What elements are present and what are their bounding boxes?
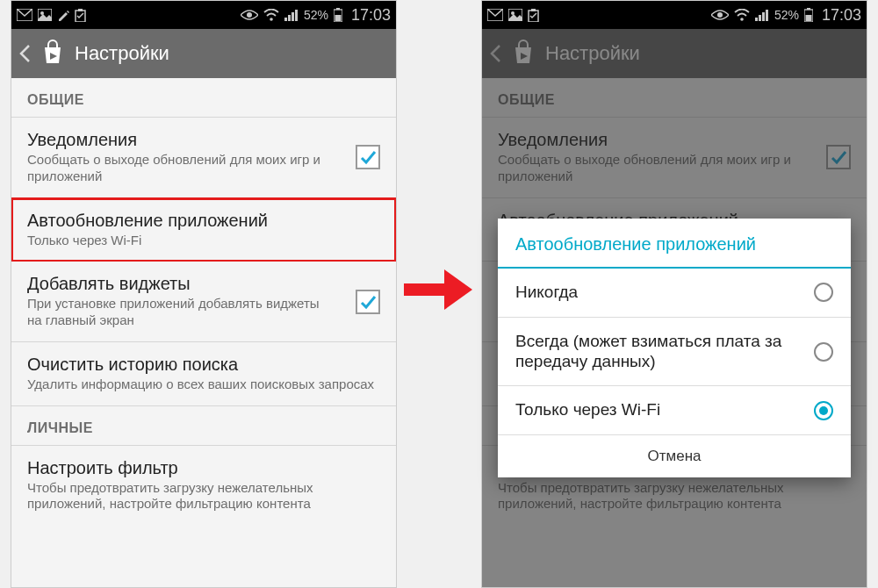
play-store-icon: [40, 39, 66, 68]
edit-icon: [57, 9, 69, 21]
mail-icon: [487, 9, 503, 21]
svg-rect-10: [295, 10, 298, 21]
settings-list: ОБЩИЕ Уведомления Сообщать о выходе обно…: [11, 78, 396, 587]
radio-never[interactable]: [814, 283, 833, 302]
row-title: Уведомления: [27, 130, 380, 150]
wifi-icon: [263, 9, 279, 21]
section-header-general: ОБЩИЕ: [11, 78, 396, 118]
page-title: Настройки: [75, 42, 169, 65]
row-widgets[interactable]: Добавлять виджеты При установке приложен…: [11, 262, 396, 342]
row-title: Добавлять виджеты: [27, 274, 380, 294]
back-icon[interactable]: [18, 44, 31, 63]
checkbox-notifications[interactable]: [356, 145, 380, 169]
svg-rect-13: [335, 15, 341, 21]
eye-icon: [241, 10, 258, 20]
row-title: Настроить фильтр: [27, 458, 380, 478]
mail-icon: [17, 9, 32, 21]
svg-rect-9: [291, 12, 294, 21]
phone-screenshot-right: 52% 17:03 Настройки ОБЩИЕ Уведомления Со…: [481, 0, 867, 588]
svg-point-6: [270, 18, 273, 21]
svg-rect-24: [762, 12, 765, 21]
signal-icon: [284, 9, 299, 21]
option-always[interactable]: Всегда (может взиматься плата за передач…: [498, 318, 851, 387]
row-filter[interactable]: Настроить фильтр Чтобы предотвратить заг…: [11, 446, 396, 526]
svg-rect-28: [805, 15, 811, 21]
clock-label: 17:03: [822, 6, 861, 25]
action-bar: Настройки: [11, 29, 396, 78]
svg-rect-8: [288, 15, 291, 21]
option-never[interactable]: Никогда: [498, 269, 851, 318]
wifi-icon: [734, 9, 750, 21]
picture-icon: [38, 9, 52, 21]
row-subtitle: При установке приложений добавлять видже…: [27, 296, 380, 329]
section-header-personal: ЛИЧНЫЕ: [11, 406, 396, 446]
row-subtitle: Только через Wi-Fi: [27, 233, 380, 249]
svg-rect-19: [531, 9, 536, 11]
svg-point-21: [740, 18, 744, 21]
option-label: Никогда: [515, 283, 578, 303]
row-clear-history[interactable]: Очистить историю поиска Удалить информац…: [11, 342, 396, 406]
radio-wifi[interactable]: [814, 401, 833, 420]
svg-rect-7: [284, 18, 287, 21]
battery-percent-label: 52%: [774, 8, 799, 22]
phone-screenshot-left: 52% 17:03 Настройки ОБЩИЕ Уведомления Со…: [11, 0, 397, 588]
svg-rect-23: [759, 15, 761, 21]
radio-always[interactable]: [814, 342, 833, 362]
svg-point-17: [511, 11, 515, 15]
picture-icon: [508, 9, 522, 21]
svg-rect-22: [755, 18, 758, 21]
row-subtitle: Сообщать о выходе обновлений для моих иг…: [27, 152, 380, 185]
row-subtitle: Чтобы предотвратить загрузку нежелательн…: [27, 480, 380, 513]
clipboard-icon: [528, 9, 539, 22]
option-label: Только через Wi-Fi: [515, 400, 660, 420]
checkbox-widgets[interactable]: [356, 290, 380, 314]
row-title: Автообновление приложений: [27, 211, 380, 231]
cancel-button[interactable]: Отмена: [498, 435, 851, 477]
status-bar: 52% 17:03: [11, 1, 396, 29]
clock-label: 17:03: [351, 6, 391, 25]
row-title: Очистить историю поиска: [27, 355, 380, 375]
arrow-icon: [404, 263, 474, 316]
battery-percent-label: 52%: [304, 8, 328, 22]
svg-rect-25: [766, 10, 768, 21]
svg-point-5: [247, 12, 252, 18]
svg-rect-4: [78, 9, 83, 11]
option-label: Всегда (может взиматься плата за передач…: [515, 332, 805, 372]
eye-icon: [711, 10, 729, 20]
clipboard-icon: [75, 9, 86, 22]
signal-icon: [755, 9, 769, 21]
option-wifi[interactable]: Только через Wi-Fi: [498, 386, 851, 435]
dialog-title: Автообновление приложений: [498, 219, 851, 269]
battery-icon: [804, 8, 813, 22]
row-notifications[interactable]: Уведомления Сообщать о выходе обновлений…: [11, 118, 396, 198]
svg-point-20: [717, 12, 723, 18]
svg-rect-14: [404, 283, 446, 296]
svg-point-2: [40, 11, 44, 15]
status-bar: 52% 17:03: [482, 1, 867, 29]
autoupdate-dialog: Автообновление приложений Никогда Всегда…: [498, 219, 851, 477]
battery-icon: [334, 8, 342, 22]
row-subtitle: Удалить информацию о всех ваших поисковы…: [27, 376, 380, 393]
row-autoupdate[interactable]: Автообновление приложений Только через W…: [11, 198, 396, 262]
